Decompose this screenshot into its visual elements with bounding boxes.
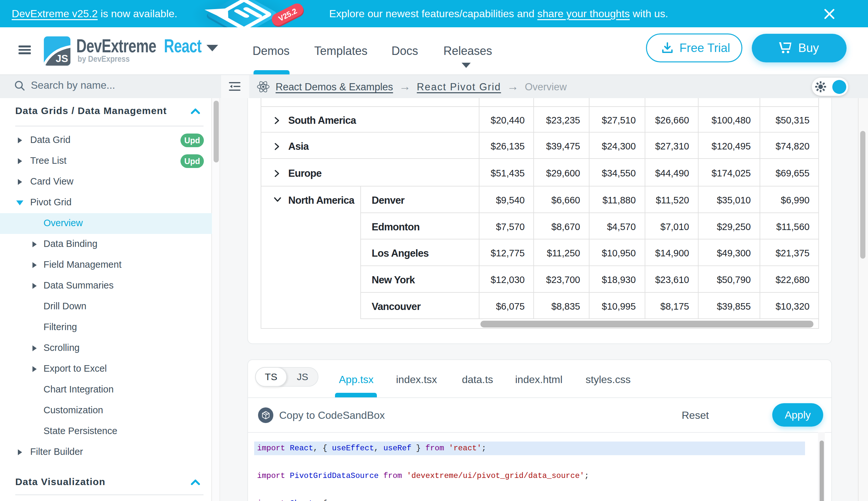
svg-text:JS: JS <box>55 53 68 64</box>
